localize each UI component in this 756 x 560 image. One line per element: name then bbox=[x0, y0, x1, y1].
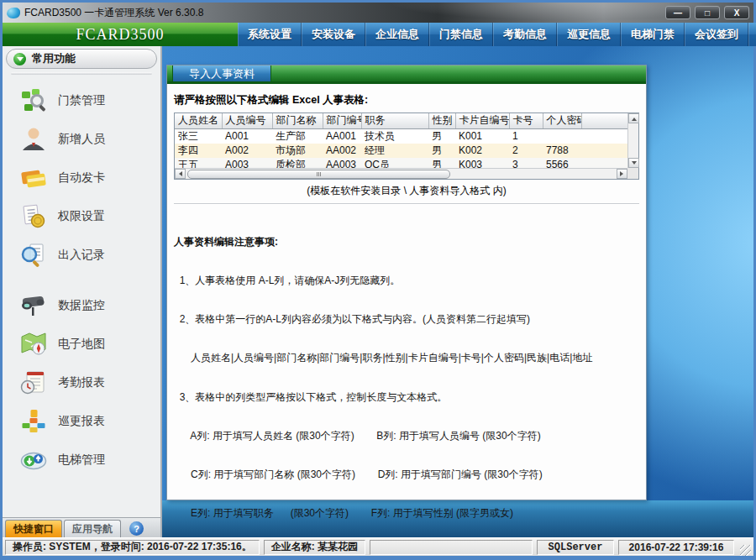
table-row[interactable]: 张三 A001 生产部 AA001 技术员 男 K001 1 bbox=[175, 128, 627, 144]
template-path-note: (模板在软件安装目录 \ 人事资料导入格式 内) bbox=[174, 184, 639, 198]
attendance-report-icon bbox=[19, 369, 48, 397]
status-bar: 操作员: SYSTEM，登录时间: 2016-07-22 17:35:16。 企… bbox=[3, 537, 753, 556]
col-personal-pin[interactable]: 个人密码 bbox=[543, 113, 581, 128]
main-nav: FCARD3500 系统设置 安装设备 企业信息 门禁信息 考勤信息 巡更信息 … bbox=[3, 23, 753, 46]
sidebar-item-permission-settings[interactable]: 权限设置 bbox=[19, 197, 160, 236]
cell-filler bbox=[581, 144, 627, 158]
scrollbar-thumb[interactable] bbox=[187, 170, 450, 179]
col-card-no[interactable]: 卡号 bbox=[509, 113, 543, 128]
tab-app-navigation[interactable]: 应用导航 bbox=[64, 520, 121, 537]
collapse-arrow-icon bbox=[13, 53, 26, 65]
menu-system-settings[interactable]: 系统设置 bbox=[238, 23, 302, 46]
auto-card-icon bbox=[19, 164, 48, 192]
sidebar-item-label: 电梯管理 bbox=[58, 453, 105, 468]
sidebar-item-access-management[interactable]: 门禁管理 bbox=[19, 81, 160, 120]
sidebar-item-elevator-management[interactable]: 电梯管理 bbox=[19, 441, 160, 479]
sidebar-item-auto-card[interactable]: 自动发卡 bbox=[19, 159, 160, 197]
sidebar-item-access-records[interactable]: 出入记录 bbox=[19, 236, 160, 275]
app-window: FCARD3500 一卡通管理系统 Ver 6.30.8 — □ X FCARD… bbox=[0, 0, 756, 560]
col-person-name[interactable]: 人员姓名 bbox=[175, 113, 222, 128]
note-line: C列: 用于填写部门名称 (限30个字符) D列: 用于填写部门编号 (限30个… bbox=[174, 468, 639, 481]
access-management-icon bbox=[19, 86, 48, 115]
sidebar-header[interactable]: 常用功能 bbox=[6, 49, 157, 69]
app-icon bbox=[7, 8, 20, 18]
status-database: SQLServer bbox=[537, 540, 614, 555]
maximize-button[interactable]: □ bbox=[695, 6, 720, 19]
body-row: 常用功能 门禁管理 新增人员 bbox=[3, 46, 753, 537]
status-datetime: 2016-07-22 17:39:16 bbox=[618, 540, 734, 555]
status-company: 企业名称: 某某花园 bbox=[264, 540, 365, 555]
menu-company-info[interactable]: 企业信息 bbox=[365, 23, 429, 46]
col-person-id[interactable]: 人员编号 bbox=[222, 113, 272, 128]
cell: 2 bbox=[509, 144, 543, 158]
cell: 经理 bbox=[361, 144, 428, 158]
cell: A002 bbox=[222, 144, 272, 158]
vertical-scrollbar[interactable] bbox=[627, 113, 638, 168]
col-card-custom-id[interactable]: 卡片自编号 bbox=[455, 113, 509, 128]
note-line: E列: 用于填写职务 (限30个字符) F列: 用于填写性别 (限字男或女) bbox=[174, 507, 639, 520]
menu-lock-ui[interactable]: 界面锁定 bbox=[748, 23, 756, 46]
menu-meeting-signin[interactable]: 会议签到 bbox=[685, 23, 748, 46]
sidebar-divider bbox=[11, 72, 152, 75]
menu-elevator-access[interactable]: 电梯门禁 bbox=[621, 23, 685, 46]
data-monitor-icon bbox=[19, 291, 48, 320]
sidebar-item-label: 巡更报表 bbox=[58, 414, 105, 429]
col-filler bbox=[581, 113, 627, 128]
sidebar-item-label: 考勤报表 bbox=[58, 375, 105, 390]
sidebar-item-label: 出入记录 bbox=[58, 248, 105, 263]
sidebar-header-label: 常用功能 bbox=[32, 51, 76, 66]
resize-grip[interactable] bbox=[740, 545, 751, 556]
sidebar-list: 门禁管理 新增人员 自动发卡 bbox=[3, 76, 160, 517]
col-position[interactable]: 职务 bbox=[361, 113, 428, 128]
tab-quick-window[interactable]: 快捷窗口 bbox=[5, 520, 62, 537]
cell-filler bbox=[581, 128, 627, 144]
col-dept-id[interactable]: 部门编号 bbox=[323, 113, 361, 128]
menu-patrol-info[interactable]: 巡更信息 bbox=[557, 23, 621, 46]
add-person-icon bbox=[19, 125, 48, 154]
sidebar-item-label: 电子地图 bbox=[58, 337, 105, 352]
note-line: 2、表格中第一行的A-L列内容必须为以下格式与内容。(人员资料第二行起填写) bbox=[174, 313, 639, 326]
sidebar-item-patrol-report[interactable]: 巡更报表 bbox=[19, 402, 160, 441]
workspace: 导入人事资料 请严格按照以下格式编辑 Excel 人事表格: bbox=[162, 46, 753, 537]
scroll-left-icon[interactable] bbox=[175, 169, 186, 179]
menu-attendance-info[interactable]: 考勤信息 bbox=[493, 23, 557, 46]
cell: 男 bbox=[428, 128, 455, 144]
cell: 李四 bbox=[175, 144, 222, 158]
sidebar-item-label: 门禁管理 bbox=[58, 93, 105, 108]
menu-access-info[interactable]: 门禁信息 bbox=[429, 23, 493, 46]
horizontal-scrollbar[interactable] bbox=[175, 168, 627, 179]
note-line: 人员姓名|人员编号|部门名称|部门编号|职务|性别|卡片自编号|卡号|个人密码|… bbox=[174, 352, 639, 364]
cell: 7788 bbox=[543, 144, 581, 158]
sidebar-item-add-person[interactable]: 新增人员 bbox=[19, 120, 160, 159]
cell: 市场部 bbox=[272, 144, 323, 158]
scroll-down-icon[interactable] bbox=[628, 158, 639, 168]
cell: AA002 bbox=[323, 144, 361, 158]
close-button[interactable]: X bbox=[724, 6, 749, 19]
sidebar-item-data-monitor[interactable]: 数据监控 bbox=[19, 286, 160, 325]
col-gender[interactable]: 性别 bbox=[428, 113, 455, 128]
menu-install-device[interactable]: 安装设备 bbox=[302, 23, 365, 46]
panel-tab-bar: 导入人事资料 bbox=[167, 65, 646, 84]
col-dept-name[interactable]: 部门名称 bbox=[272, 113, 323, 128]
table-header-row: 人员姓名 人员编号 部门名称 部门编号 职务 性别 卡片自编号 卡号 个人密码 bbox=[175, 113, 627, 128]
patrol-report-icon bbox=[19, 407, 48, 436]
sidebar-item-e-map[interactable]: 电子地图 bbox=[19, 325, 160, 364]
tab-import-personnel[interactable]: 导入人事资料 bbox=[172, 65, 271, 81]
table-row-selected[interactable]: 李四 A002 市场部 AA002 经理 男 K002 2 7788 bbox=[175, 144, 627, 158]
access-records-icon bbox=[19, 241, 48, 270]
personnel-table: 人员姓名 人员编号 部门名称 部门编号 职务 性别 卡片自编号 卡号 个人密码 bbox=[174, 113, 639, 180]
cell: 1 bbox=[509, 128, 543, 144]
note-line: A列: 用于填写人员姓名 (限30个字符) B列: 用于填写人员编号 (限30个… bbox=[174, 430, 639, 442]
note-line: 人事资料编辑注意事项: bbox=[174, 236, 639, 249]
notes-block: 人事资料编辑注意事项: 1、人事表格使用 A-L列，请确保A-J列无隐藏列。 2… bbox=[174, 210, 639, 537]
cell bbox=[543, 128, 581, 144]
minimize-button[interactable]: — bbox=[665, 6, 690, 19]
sidebar-item-attendance-report[interactable]: 考勤报表 bbox=[19, 364, 160, 402]
window-title: FCARD3500 一卡通管理系统 Ver 6.30.8 bbox=[24, 6, 203, 20]
help-icon[interactable]: ? bbox=[129, 521, 144, 536]
scroll-right-icon[interactable] bbox=[617, 169, 627, 179]
brand-logo: FCARD3500 bbox=[3, 23, 238, 46]
sidebar-item-label: 权限设置 bbox=[58, 209, 105, 224]
scroll-up-icon[interactable] bbox=[628, 113, 639, 123]
sidebar-item-label: 自动发卡 bbox=[58, 170, 105, 186]
